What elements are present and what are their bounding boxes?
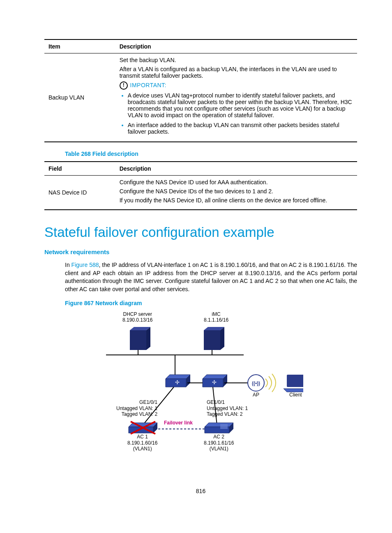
table-item-description: Item Description Backup VLAN Set the bac… bbox=[44, 39, 357, 142]
important-list: A device uses VLAN tag+protocol number t… bbox=[122, 92, 357, 135]
dhcp-label: DHCP server 8.190.0.13/16 bbox=[122, 311, 152, 323]
svg-rect-34 bbox=[220, 424, 228, 429]
imc-label: iMC 8.1.1.16/16 bbox=[204, 311, 228, 323]
ge-line: GE1/0/1 bbox=[207, 399, 248, 405]
node-ip: 8.190.0.13/16 bbox=[122, 317, 152, 323]
ge-line: Untagged VLAN: 1 bbox=[207, 406, 248, 411]
diagram-svg: ✢ ✢ ((•)) bbox=[81, 310, 303, 466]
page-number: 816 bbox=[44, 488, 357, 494]
table-field-description: Field Description NAS Device ID Configur… bbox=[44, 161, 357, 210]
node-ip: 8.190.1.60/16 bbox=[127, 440, 157, 446]
desc-line: If you modify the NAS Device ID, all onl… bbox=[120, 197, 357, 204]
ge-left-label: GE1/0/1 Untagged VLAN: 1 Tagged VLAN: 2 bbox=[116, 399, 157, 417]
th-description: Description bbox=[120, 162, 357, 176]
cell-description: Set the backup VLAN. After a VLAN is con… bbox=[120, 53, 357, 142]
node-ip: 8.1.1.16/16 bbox=[204, 317, 228, 323]
client-label: Client bbox=[289, 392, 302, 398]
subheading: Network requirements bbox=[44, 248, 357, 255]
table-row: Backup VLAN Set the backup VLAN. After a… bbox=[44, 53, 357, 142]
para-text: In bbox=[65, 262, 71, 268]
node-name: iMC bbox=[204, 311, 228, 317]
network-diagram: ✢ ✢ ((•)) bbox=[81, 310, 303, 467]
list-item: A device uses VLAN tag+protocol number t… bbox=[128, 92, 357, 118]
table-caption: Table 268 Field description bbox=[65, 151, 357, 157]
cell-description: Configure the NAS Device ID used for AAA… bbox=[120, 176, 357, 210]
para-text: , the IP address of VLAN-interface 1 on … bbox=[65, 262, 357, 292]
svg-marker-23 bbox=[284, 389, 303, 392]
svg-rect-5 bbox=[204, 330, 220, 350]
svg-text:✢: ✢ bbox=[212, 379, 217, 385]
cell-field: NAS Device ID bbox=[44, 176, 120, 210]
desc-line: Set the backup VLAN. bbox=[120, 57, 357, 63]
svg-text:✢: ✢ bbox=[175, 379, 180, 385]
figure-link[interactable]: Figure 588 bbox=[71, 262, 99, 268]
node-ip: 8.190.1.61/16 bbox=[204, 440, 234, 446]
node-name: AC 1 bbox=[127, 434, 157, 440]
ap-label: AP bbox=[253, 392, 259, 398]
failover-link-label: Failover link bbox=[164, 420, 193, 426]
section-title: Stateful failover configuration example bbox=[44, 225, 357, 240]
ge-line: GE1/0/1 bbox=[116, 399, 157, 405]
svg-marker-10 bbox=[166, 375, 190, 379]
desc-line: Configure the NAS Device ID used for AAA… bbox=[120, 179, 357, 185]
important-label: IMPORTANT: bbox=[130, 82, 167, 88]
important-icon: ! bbox=[120, 81, 128, 90]
ge-line: Untagged VLAN: 1 bbox=[116, 406, 157, 411]
ge-line: Tagged VLAN: 2 bbox=[207, 411, 248, 417]
svg-rect-22 bbox=[287, 375, 303, 387]
svg-marker-7 bbox=[220, 327, 224, 350]
body-paragraph: In Figure 588, the IP address of VLAN-in… bbox=[65, 261, 357, 293]
svg-marker-14 bbox=[203, 375, 227, 379]
ac1-label: AC 1 8.190.1.60/16 (VLAN1) bbox=[127, 434, 157, 452]
node-vlan: (VLAN1) bbox=[127, 446, 157, 452]
ac2-label: AC 2 8.190.1.61/16 (VLAN1) bbox=[204, 434, 234, 452]
svg-marker-27 bbox=[129, 427, 153, 433]
svg-text:((•)): ((•)) bbox=[252, 380, 260, 386]
th-field: Field bbox=[44, 162, 120, 176]
cell-item: Backup VLAN bbox=[44, 53, 120, 142]
table-row: NAS Device ID Configure the NAS Device I… bbox=[44, 176, 357, 210]
ge-right-label: GE1/0/1 Untagged VLAN: 1 Tagged VLAN: 2 bbox=[207, 399, 248, 417]
svg-rect-1 bbox=[130, 330, 146, 350]
th-item: Item bbox=[44, 39, 120, 53]
important-callout: ! IMPORTANT: bbox=[120, 81, 357, 90]
list-item: An interface added to the backup VLAN ca… bbox=[128, 122, 357, 135]
ge-line: Tagged VLAN: 2 bbox=[116, 411, 157, 417]
node-name: DHCP server bbox=[122, 311, 152, 317]
node-name: AC 2 bbox=[204, 434, 234, 440]
desc-line: After a VLAN is configured as a backup V… bbox=[120, 66, 357, 79]
th-description: Description bbox=[120, 39, 357, 53]
svg-marker-31 bbox=[205, 423, 233, 427]
figure-caption: Figure 867 Network diagram bbox=[65, 300, 357, 306]
node-vlan: (VLAN1) bbox=[204, 446, 234, 452]
desc-line: Configure the NAS Device IDs of the two … bbox=[120, 188, 357, 195]
svg-marker-3 bbox=[146, 327, 150, 350]
